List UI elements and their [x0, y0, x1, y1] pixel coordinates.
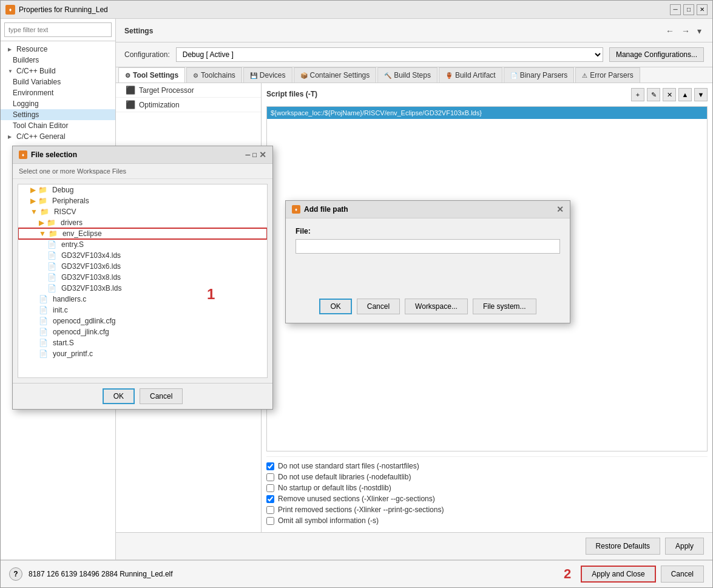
settings-header: Settings ← → ▾ [116, 19, 712, 42]
checkbox-nostdlib-input[interactable] [266, 484, 274, 492]
file-dialog-close[interactable]: ✕ [259, 150, 266, 160]
tree-init-c-label: init.c [53, 306, 68, 314]
left-pane-target-processor[interactable]: ⬛ Target Processor [116, 83, 261, 98]
tree-env-eclipse[interactable]: ▼ 📁 env_Eclipse [18, 228, 267, 239]
help-button[interactable]: ? [9, 567, 22, 581]
checkbox-omit-symbol-input[interactable] [266, 517, 274, 525]
sidebar-item-label: Logging [13, 100, 39, 108]
tree-peripherals[interactable]: ▶ 📁 Peripherals [18, 195, 267, 206]
sidebar-item-label: C/C++ General [16, 132, 66, 141]
tree-env-eclipse-label: env_Eclipse [63, 229, 102, 238]
tree-init-c[interactable]: 📄 init.c [18, 305, 267, 316]
window-title: Properties for Running_Led [19, 5, 108, 14]
sidebar-item-label: Environment [13, 89, 53, 97]
script-toolbar: + ✎ ✕ ▲ ▼ [631, 88, 708, 101]
checkbox-nodefaultlib: Do not use default libraries (-nodefault… [266, 473, 708, 481]
script-item[interactable]: ${workspace_loc:/${ProjName}/RISCV/env_E… [267, 107, 707, 119]
sidebar-item-logging[interactable]: Logging [1, 98, 115, 109]
tab-build-artifact[interactable]: 🏺 Build Artifact [439, 67, 502, 83]
forward-button[interactable]: → [679, 25, 692, 37]
apply-and-close-button[interactable]: Apply and Close [581, 566, 655, 583]
checkbox-omit-symbol: Omit all symbol information (-s) [266, 516, 708, 525]
tree-drivers[interactable]: ▶ 📁 drivers [18, 217, 267, 228]
add-file-input[interactable] [296, 239, 560, 254]
tree-gd32vf103x6[interactable]: 📄 GD32VF103x6.lds [18, 261, 267, 272]
up-script-button[interactable]: ▲ [678, 88, 692, 101]
tab-binary-parsers[interactable]: 📄 Binary Parsers [504, 67, 575, 83]
filter-input[interactable] [4, 22, 112, 37]
sidebar-item-build-variables[interactable]: Build Variables [1, 76, 115, 87]
checkbox-nodefaultlib-input[interactable] [266, 473, 274, 481]
manage-configurations-button[interactable]: Manage Configurations... [609, 47, 704, 62]
folder-icon: 📁 [49, 229, 58, 238]
sidebar-item-environment[interactable]: Environment [1, 87, 115, 98]
checkbox-print-gc-sections-input[interactable] [266, 506, 274, 514]
file-dialog-title-bar: ♦ File selection ─ □ ✕ [13, 146, 272, 164]
tab-error-parsers[interactable]: ⚠ Error Parsers [575, 67, 640, 83]
tab-toolchains[interactable]: ⚙ Toolchains [186, 67, 242, 83]
checkbox-nostartfiles-input[interactable] [266, 462, 274, 470]
add-file-dialog-title-bar: ♦ Add file path ✕ [286, 201, 570, 218]
add-script-button[interactable]: + [631, 88, 644, 101]
left-pane-optimization[interactable]: ⬛ Optimization [116, 98, 261, 112]
tree-start-s[interactable]: 📄 start.S [18, 337, 267, 348]
tree-start-s-label: start.S [53, 339, 74, 347]
sidebar-item-resource[interactable]: ▶ Resource [1, 44, 115, 55]
sidebar-item-toolchain-editor[interactable]: Tool Chain Editor [1, 120, 115, 131]
add-file-workspace-button[interactable]: Workspace... [405, 299, 468, 314]
dropdown-button[interactable]: ▾ [695, 25, 704, 37]
file-icon: 📄 [47, 284, 56, 292]
tab-tool-settings[interactable]: ⚙ Tool Settings [118, 67, 185, 83]
file-dialog-minimize[interactable]: ─ [246, 150, 251, 160]
add-file-dialog-title-left: ♦ Add file path [292, 205, 348, 214]
minimize-button[interactable]: ─ [670, 4, 681, 15]
apply-button[interactable]: Apply [665, 538, 704, 555]
sidebar-item-settings[interactable]: Settings [1, 109, 115, 120]
file-dialog-maximize[interactable]: □ [252, 150, 257, 160]
tree-gd32vf103x4[interactable]: 📄 GD32VF103x4.lds [18, 250, 267, 261]
tree-riscv[interactable]: ▼ 📁 RISCV [18, 206, 267, 217]
add-file-dialog-close[interactable]: ✕ [556, 204, 564, 214]
file-icon: 📄 [39, 295, 48, 303]
tree-handlers-c[interactable]: 📄 handlers.c [18, 294, 267, 305]
devices-icon: 💾 [250, 72, 257, 79]
file-icon: 📄 [39, 339, 48, 347]
file-dialog-ok-button[interactable]: OK [103, 388, 135, 404]
checkbox-omit-symbol-label: Omit all symbol information (-s) [278, 516, 379, 525]
add-file-filesystem-button[interactable]: File system... [473, 299, 536, 314]
back-button[interactable]: ← [663, 25, 677, 37]
tab-container-settings[interactable]: 📦 Container Settings [294, 67, 377, 83]
expand-arrow: ▶ [8, 47, 14, 52]
checkbox-gc-sections-input[interactable] [266, 495, 274, 503]
title-bar-left: ♦ Properties for Running_Led [5, 5, 108, 15]
tree-debug[interactable]: ▶ 📁 Debug [18, 184, 267, 195]
add-file-ok-button[interactable]: OK [319, 299, 351, 314]
sidebar-item-builders[interactable]: Builders [1, 55, 115, 66]
file-dialog-cancel-button[interactable]: Cancel [140, 388, 183, 404]
config-select[interactable]: Debug [ Active ] [176, 47, 603, 62]
tree-openocd-jlink[interactable]: 📄 openocd_jlink.cfg [18, 326, 267, 337]
tree-gd32vf103xb[interactable]: 📄 GD32VF103xB.lds [18, 283, 267, 294]
add-file-cancel-button[interactable]: Cancel [357, 299, 400, 314]
file-dialog-icon: ♦ [19, 150, 27, 159]
tree-gd32vf103x8[interactable]: 📄 GD32VF103x8.lds [18, 272, 267, 283]
sidebar-item-cppcgeneral[interactable]: ▶ C/C++ General [1, 131, 115, 142]
tree-your-printf[interactable]: 📄 your_printf.c [18, 348, 267, 359]
tab-devices[interactable]: 💾 Devices [243, 67, 292, 83]
optimization-icon: ⬛ [126, 100, 135, 109]
tab-label: Build Artifact [455, 71, 496, 79]
tree-entry-s-label: entry.S [61, 240, 84, 249]
sidebar-item-cppcbuild[interactable]: ▼ C/C++ Build [1, 66, 115, 76]
tree-entry-s[interactable]: 📄 entry.S [18, 239, 267, 250]
close-button[interactable]: ✕ [697, 4, 708, 15]
delete-script-button[interactable]: ✕ [663, 88, 676, 101]
edit-script-button[interactable]: ✎ [647, 88, 660, 101]
maximize-button[interactable]: □ [683, 4, 694, 15]
down-script-button[interactable]: ▼ [694, 88, 708, 101]
tab-build-steps[interactable]: 🔨 Build Steps [377, 67, 438, 83]
cancel-button[interactable]: Cancel [661, 566, 704, 583]
restore-defaults-button[interactable]: Restore Defaults [586, 538, 660, 555]
tree-peripherals-label: Peripherals [52, 197, 89, 205]
tree-openocd-gdlink[interactable]: 📄 openocd_gdlink.cfg [18, 316, 267, 326]
footer-bar: ? 8187 126 6139 18496 2884 Running_Led.e… [1, 559, 712, 587]
